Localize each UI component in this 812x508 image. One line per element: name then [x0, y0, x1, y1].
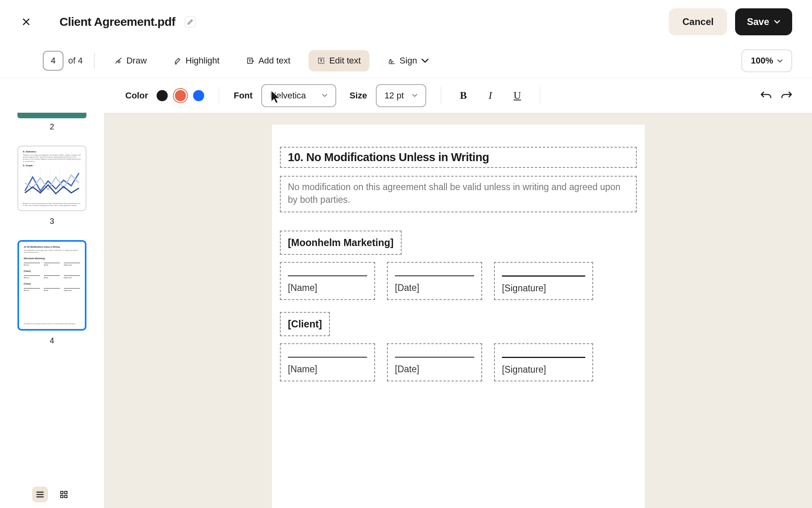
chevron-down-icon	[774, 20, 780, 24]
cursor-pointer-icon	[270, 90, 282, 106]
page-4: 10. No Modifications Unless in Writing N…	[272, 125, 645, 508]
edit-text-box-date[interactable]: [Date]	[387, 343, 482, 381]
edit-text-box-heading[interactable]: 10. No Modifications Unless in Writing	[280, 147, 637, 168]
highlight-tool[interactable]: Highlight	[165, 50, 228, 71]
main: 2 8. Statistics Statistics is the study …	[0, 113, 812, 508]
underline-button[interactable]: U	[509, 88, 525, 104]
page-indicator: 4 of 4	[43, 51, 83, 71]
chevron-down-icon	[322, 94, 327, 97]
thumbnail-page-2-partial[interactable]	[17, 113, 86, 118]
undo-icon	[760, 90, 772, 99]
thumb-number: 2	[50, 122, 54, 131]
thumb-number: 4	[50, 336, 54, 345]
chevron-down-icon	[421, 57, 429, 65]
draw-icon	[115, 57, 123, 65]
toolbar: 4 of 4 Draw Highlight Add text Edit text…	[0, 44, 812, 78]
add-text-icon	[247, 57, 255, 65]
close-button[interactable]	[20, 15, 33, 28]
document-title: Client Agreement.pdf	[59, 15, 175, 29]
chart-thumbnail	[23, 169, 81, 200]
redo-button[interactable]	[781, 90, 792, 101]
svg-rect-9	[65, 491, 67, 494]
grid-view-button[interactable]	[56, 487, 72, 502]
divider	[540, 87, 540, 104]
header: Client Agreement.pdf Cancel Save	[0, 0, 812, 44]
edit-text-box-signature[interactable]: [Signature]	[494, 343, 593, 381]
highlight-icon	[174, 57, 182, 65]
list-view-button[interactable]	[32, 487, 48, 502]
edit-text-box-party1[interactable]: [Moonhelm Marketing]	[280, 231, 402, 255]
svg-rect-10	[61, 495, 63, 498]
thumbnail-page-4[interactable]: 10. No Modifications Unless in Writing N…	[17, 240, 86, 331]
add-text-tool[interactable]: Add text	[238, 50, 299, 71]
thumbnail-sidebar: 2 8. Statistics Statistics is the study …	[0, 113, 105, 508]
save-label: Save	[747, 16, 769, 27]
divider	[218, 87, 219, 104]
thumbnail-page-3[interactable]: 8. Statistics Statistics is the study an…	[17, 146, 86, 211]
italic-button[interactable]: I	[483, 88, 498, 104]
chevron-down-icon	[777, 59, 783, 63]
sign-icon	[388, 57, 396, 65]
format-bar: Color Font Helvetica Size 12 pt B I U	[0, 78, 812, 113]
svg-rect-11	[65, 495, 67, 498]
edit-text-tool[interactable]: Edit text	[308, 50, 369, 71]
cancel-button[interactable]: Cancel	[669, 8, 727, 35]
edit-text-box-name[interactable]: [Name]	[280, 343, 375, 381]
edit-text-icon	[317, 57, 325, 65]
edit-text-box-name[interactable]: [Name]	[280, 262, 375, 300]
color-swatch-black[interactable]	[157, 90, 168, 101]
canvas[interactable]: 10. No Modifications Unless in Writing N…	[105, 113, 812, 508]
color-swatch-blue[interactable]	[193, 90, 204, 101]
signature-row: [Name] [Date] [Signature]	[280, 343, 637, 381]
page-current-input[interactable]: 4	[43, 51, 63, 71]
bold-button[interactable]: B	[456, 88, 471, 104]
divider	[440, 87, 441, 104]
sign-tool[interactable]: Sign	[379, 50, 438, 71]
grid-icon	[60, 491, 68, 498]
rename-button[interactable]	[185, 16, 196, 27]
redo-icon	[781, 90, 792, 99]
edit-text-box-body[interactable]: No modification on this agreement shall …	[280, 176, 637, 212]
undo-button[interactable]	[760, 90, 772, 101]
font-label: Font	[234, 90, 253, 101]
list-icon	[36, 491, 44, 498]
divider	[94, 53, 95, 68]
draw-tool[interactable]: Draw	[106, 50, 155, 71]
size-label: Size	[350, 90, 367, 101]
size-dropdown[interactable]: 12 pt	[376, 84, 426, 107]
section-heading: 10. No Modifications Unless in Writing	[288, 151, 629, 164]
chevron-down-icon	[412, 94, 417, 97]
edit-text-box-date[interactable]: [Date]	[387, 262, 482, 300]
svg-rect-8	[61, 491, 63, 494]
thumb-number: 3	[50, 217, 54, 226]
view-toggle	[32, 487, 72, 502]
pencil-icon	[187, 19, 193, 25]
save-button[interactable]: Save	[735, 8, 792, 35]
color-swatch-red[interactable]	[175, 90, 186, 101]
zoom-dropdown[interactable]: 100%	[741, 49, 792, 72]
edit-text-box-signature[interactable]: [Signature]	[494, 262, 593, 300]
edit-text-box-party2[interactable]: [Client]	[280, 312, 330, 336]
signature-row: [Name] [Date] [Signature]	[280, 262, 637, 300]
page-total: of 4	[68, 56, 83, 66]
color-label: Color	[125, 90, 148, 101]
close-icon	[21, 17, 31, 27]
